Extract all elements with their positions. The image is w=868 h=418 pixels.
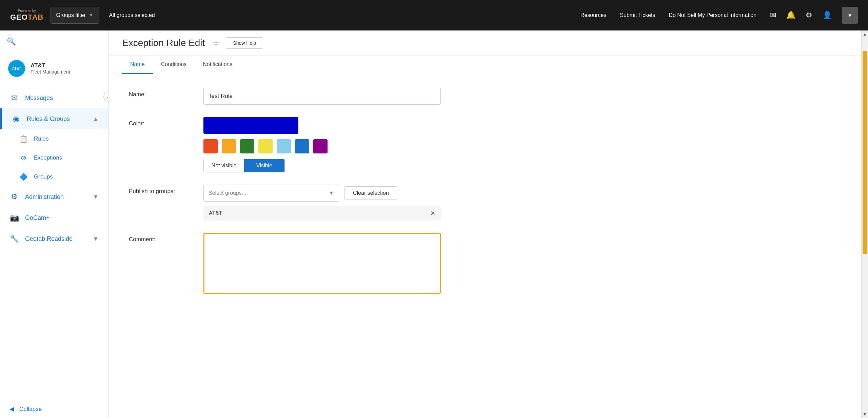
select-groups-placeholder: Select groups... xyxy=(209,190,246,196)
sidebar-bottom: ◀ Collapse xyxy=(0,400,108,418)
groups-filter-arrow: ▼ xyxy=(89,13,93,18)
color-option-light-blue[interactable] xyxy=(277,139,291,153)
brand-sub: Fleet Management xyxy=(31,69,70,75)
top-nav-left: Powered by GEOTAB Groups filter ▼ All gr… xyxy=(10,7,155,24)
tab-text: TAB xyxy=(28,13,44,21)
sidebar-item-groups[interactable]: 🔷 Groups xyxy=(0,167,108,186)
tab-notifications[interactable]: Notifications xyxy=(195,56,240,74)
page-header: Exception Rule Edit ☆ Show Help xyxy=(108,30,868,56)
exceptions-icon: ⊘ xyxy=(19,154,28,162)
submit-tickets-link[interactable]: Submit Tickets xyxy=(620,12,655,18)
name-control xyxy=(203,88,563,105)
color-palette xyxy=(203,139,563,153)
top-nav-icons: ✉ 🔔 ⚙ 👤 ▼ xyxy=(770,7,858,24)
selected-group-name: AT&T xyxy=(209,210,222,216)
gocam-icon: 📷 xyxy=(9,213,19,222)
not-visible-button[interactable]: Not visible xyxy=(204,159,244,172)
sidebar-item-label-gocam: GoCam+ xyxy=(25,214,99,222)
color-option-purple[interactable] xyxy=(313,139,328,153)
color-row: Color: Not visible Visible xyxy=(129,117,563,172)
rules-groups-expand-icon: ▲ xyxy=(93,116,99,123)
color-option-blue[interactable] xyxy=(295,139,309,153)
sidebar-item-rules-groups[interactable]: ◉ Rules & Groups ▲ xyxy=(0,108,108,129)
color-option-yellow[interactable] xyxy=(258,139,273,153)
collapse-button[interactable]: ◀ Collapse xyxy=(9,405,99,413)
administration-expand-icon: ▼ xyxy=(93,193,99,201)
sidebar-item-geotab-roadside[interactable]: 🔧 Geotab Roadside ▼ xyxy=(0,228,108,249)
name-label: Name: xyxy=(129,88,203,98)
att-logo: AT&T xyxy=(8,60,25,77)
geotab-roadside-expand-icon: ▼ xyxy=(93,235,99,243)
name-row: Name: xyxy=(129,88,563,105)
select-groups-arrow: ▼ xyxy=(329,190,334,196)
tabs-bar: Name Conditions Notifications xyxy=(108,56,868,74)
sidebar-nav: ✉ Messages ◉ Rules & Groups ▲ 📋 Rules ⊘ … xyxy=(0,84,108,400)
geotab-logo: Powered by GEOTAB xyxy=(10,9,44,22)
sidebar: 🔍 AT&T AT&T Fleet Management ▲ ✉ Message… xyxy=(0,30,108,418)
tab-name[interactable]: Name xyxy=(122,56,153,74)
sidebar-item-label-messages: Messages xyxy=(25,95,99,102)
groups-filter-button[interactable]: Groups filter ▼ xyxy=(51,7,99,24)
main-content: Exception Rule Edit ☆ Show Help Name Con… xyxy=(108,30,868,418)
user-icon[interactable]: 👤 xyxy=(823,11,832,20)
sidebar-search-area: 🔍 xyxy=(0,30,108,53)
star-icon[interactable]: ☆ xyxy=(213,39,219,47)
show-help-button[interactable]: Show Help xyxy=(226,37,263,49)
comment-textarea[interactable] xyxy=(203,233,441,294)
visible-button[interactable]: Visible xyxy=(244,159,284,172)
sidebar-item-exceptions[interactable]: ⊘ Exceptions xyxy=(0,148,108,167)
sidebar-brand: AT&T AT&T Fleet Management xyxy=(0,53,108,84)
administration-icon: ⚙ xyxy=(9,192,19,201)
scroll-down-arrow[interactable]: ▼ xyxy=(862,411,868,418)
clear-selection-button[interactable]: Clear selection xyxy=(344,186,397,200)
sidebar-item-label-geotab-roadside: Geotab Roadside xyxy=(25,235,86,243)
top-nav-links: Resources Submit Tickets Do Not Sell My … xyxy=(580,12,756,18)
sidebar-item-messages[interactable]: ✉ Messages xyxy=(0,87,108,108)
resources-link[interactable]: Resources xyxy=(580,12,606,18)
select-groups-dropdown[interactable]: Select groups... ▼ xyxy=(203,185,339,202)
name-input[interactable] xyxy=(203,88,441,105)
collapse-label: Collapse xyxy=(19,406,42,413)
bell-icon[interactable]: 🔔 xyxy=(786,11,795,20)
rules-groups-icon: ◉ xyxy=(11,114,21,123)
form-area: Name: Color: xyxy=(108,74,583,320)
user-menu-button[interactable]: ▼ xyxy=(842,7,858,24)
comment-control xyxy=(203,233,563,295)
powered-by-text: Powered by xyxy=(18,9,36,13)
mail-icon[interactable]: ✉ xyxy=(770,11,776,20)
user-menu-arrow: ▼ xyxy=(847,13,852,18)
color-option-orange[interactable] xyxy=(222,139,236,153)
all-groups-selected-text: All groups selected xyxy=(109,12,155,18)
color-option-red[interactable] xyxy=(203,139,218,153)
publish-groups-label: Publish to groups: xyxy=(129,185,203,195)
sidebar-item-label-rules: Rules xyxy=(34,135,48,142)
scroll-indicator: ▲ ▼ xyxy=(861,30,868,418)
sidebar-item-label-groups: Groups xyxy=(34,173,53,180)
collapse-arrow-icon: ◀ xyxy=(9,405,14,413)
groups-icon: 🔷 xyxy=(19,173,28,181)
sidebar-item-administration[interactable]: ⚙ Administration ▼ xyxy=(0,186,108,207)
sidebar-brand-text: AT&T Fleet Management xyxy=(31,62,70,75)
color-control: Not visible Visible xyxy=(203,117,563,172)
groups-select-row: Select groups... ▼ Clear selection xyxy=(203,185,563,202)
publish-groups-control: Select groups... ▼ Clear selection AT&T … xyxy=(203,185,563,221)
search-icon[interactable]: 🔍 xyxy=(7,37,16,46)
sidebar-item-gocam[interactable]: 📷 GoCam+ xyxy=(0,207,108,228)
sidebar-item-rules[interactable]: 📋 Rules xyxy=(0,129,108,148)
color-label: Color: xyxy=(129,117,203,127)
scroll-up-arrow[interactable]: ▲ xyxy=(862,30,868,38)
remove-group-icon[interactable]: ✕ xyxy=(430,210,435,217)
gear-icon[interactable]: ⚙ xyxy=(806,11,812,20)
color-option-green[interactable] xyxy=(240,139,254,153)
scroll-thumb[interactable] xyxy=(863,51,867,254)
comment-label: Comment: xyxy=(129,233,203,243)
do-not-sell-link[interactable]: Do Not Sell My Personal Information xyxy=(669,12,756,18)
color-swatch-display[interactable] xyxy=(203,117,298,134)
publish-groups-row: Publish to groups: Select groups... ▼ Cl… xyxy=(129,185,563,221)
tab-conditions[interactable]: Conditions xyxy=(153,56,195,74)
groups-filter-label: Groups filter xyxy=(56,12,86,18)
sidebar-item-label-exceptions: Exceptions xyxy=(34,154,62,161)
comment-row: Comment: xyxy=(129,233,563,295)
geotab-roadside-icon: 🔧 xyxy=(9,234,19,243)
brand-name: AT&T xyxy=(31,62,70,69)
